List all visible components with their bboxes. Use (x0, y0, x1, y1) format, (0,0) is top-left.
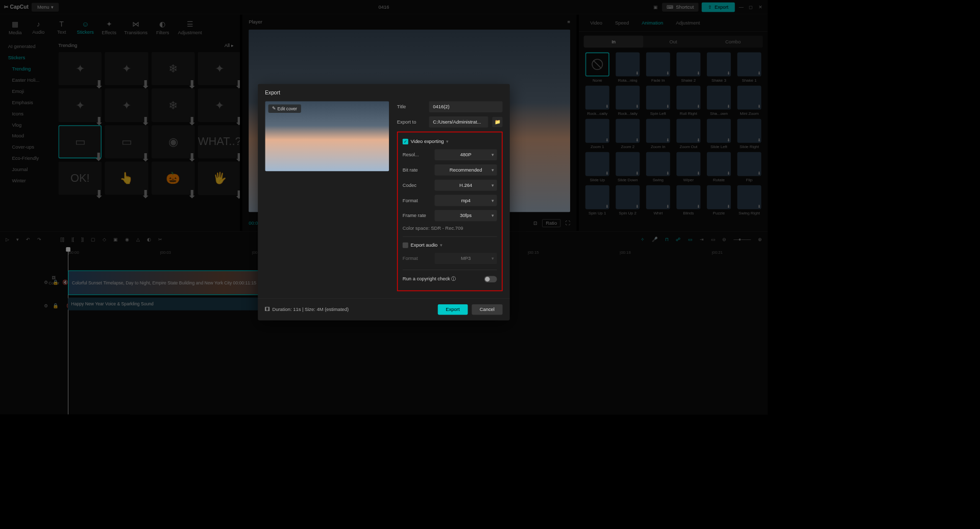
codec-select[interactable]: H.264 (434, 180, 497, 191)
chevron-down-icon[interactable]: ▾ (440, 243, 443, 248)
bitrate-label: Bit rate (403, 167, 431, 173)
cancel-button[interactable]: Cancel (472, 304, 503, 315)
video-export-heading: Video exporting (410, 139, 444, 145)
export-path-field[interactable]: C:/Users/Administrat... (429, 116, 488, 128)
audio-export-heading: Export audio (410, 243, 437, 248)
resolution-select[interactable]: 480P (434, 149, 497, 160)
export-dialog: Export ✎Edit cover Title Export to C:/Us… (258, 84, 509, 320)
pencil-icon: ✎ (272, 106, 276, 111)
resolution-label: Resol... (403, 152, 431, 158)
folder-icon: 📁 (495, 119, 501, 125)
film-icon: 🎞 (265, 307, 270, 312)
export-info: Duration: 11s | Size: 4M (estimated) (272, 307, 349, 312)
title-label: Title (397, 104, 425, 110)
dialog-title: Export (258, 84, 509, 101)
chevron-down-icon[interactable]: ▾ (446, 139, 449, 145)
format-label: Format (403, 198, 431, 203)
codec-label: Codec (403, 182, 431, 188)
cover-preview: ✎Edit cover (265, 101, 389, 171)
colorspace-info: Color space: SDR - Rec.709 (403, 225, 497, 231)
info-icon[interactable]: ⓘ (451, 276, 456, 281)
framerate-select[interactable]: 30fps (434, 210, 497, 221)
highlighted-settings: ✓ Video exporting ▾ Resol... 480P Bit ra… (397, 132, 503, 292)
modal-backdrop: Export ✎Edit cover Title Export to C:/Us… (0, 0, 768, 414)
audio-format-select: MP3 (434, 253, 497, 264)
edit-cover-button[interactable]: ✎Edit cover (268, 104, 301, 112)
bitrate-select[interactable]: Recommended (434, 164, 497, 176)
browse-folder-button[interactable]: 📁 (492, 117, 502, 127)
video-export-checkbox[interactable]: ✓ (403, 139, 408, 145)
framerate-label: Frame rate (403, 213, 431, 219)
audio-export-checkbox[interactable] (403, 243, 408, 248)
audio-format-label: Format (403, 256, 431, 261)
copyright-toggle[interactable] (484, 276, 497, 282)
format-select[interactable]: mp4 (434, 195, 497, 206)
copyright-label: Run a copyright check ⓘ (403, 276, 456, 282)
export-path-label: Export to (397, 119, 425, 125)
title-input[interactable] (429, 101, 502, 112)
export-confirm-button[interactable]: Export (438, 304, 468, 315)
